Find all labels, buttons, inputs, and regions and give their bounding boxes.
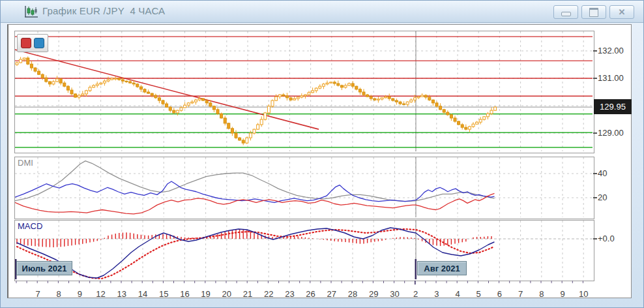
x-axis-day-label: 19: [196, 289, 216, 299]
maximize-button[interactable]: [581, 5, 606, 19]
month-label-august: Авг 2021: [417, 261, 467, 275]
axis-tick-mark: [593, 173, 597, 174]
month-label-july: Июль 2021: [16, 261, 72, 275]
window-title: График EUR /JPY 4 ЧАСА: [42, 5, 165, 16]
macd-axis-label: +0.0: [598, 234, 632, 243]
dmi-indicator-panel[interactable]: [14, 157, 594, 219]
minimize-button[interactable]: [553, 5, 578, 19]
macd-chart-canvas[interactable]: [15, 221, 593, 279]
x-axis-day-label: 5: [469, 289, 488, 299]
close-icon: ✕: [619, 8, 626, 16]
axis-tick-mark: [593, 50, 597, 52]
x-axis-day-label: 21: [238, 289, 257, 299]
x-axis-day-label: 6: [490, 289, 509, 299]
price-chart-canvas[interactable]: [15, 31, 593, 151]
axis-tick-mark: [593, 197, 597, 198]
x-axis-day-label: 26: [301, 289, 321, 299]
dmi-axis-label: 40: [598, 168, 632, 178]
macd-indicator-panel[interactable]: [14, 220, 594, 281]
axis-tick-mark: [593, 132, 597, 134]
chart-window: График EUR /JPY 4 ЧАСА ✕ DMI MACD 129.95…: [0, 0, 644, 308]
candlestick-chart-icon: [24, 5, 38, 18]
x-axis-day-label: 27: [322, 289, 342, 299]
x-axis-day-label: 7: [511, 289, 531, 299]
minimize-icon: [561, 12, 571, 16]
x-axis-day-label: 8: [49, 289, 68, 299]
x-axis-day-label: 22: [259, 289, 278, 299]
x-axis-day-label: 14: [133, 289, 153, 299]
x-axis-day-label: 16: [175, 289, 194, 299]
window-controls: ✕: [553, 5, 634, 19]
blue-marker-button[interactable]: [34, 38, 44, 48]
x-axis-day-label: 13: [112, 289, 132, 299]
x-axis-day-label: 20: [217, 289, 237, 299]
axis-tick-mark: [593, 238, 597, 239]
x-axis-day-label: 9: [553, 289, 572, 299]
x-axis-day-label: 29: [364, 289, 383, 299]
current-price-badge: 129.95: [594, 99, 632, 114]
x-axis-day-label: 10: [574, 289, 593, 299]
price-axis-label: 131.00: [598, 73, 632, 83]
dmi-chart-canvas[interactable]: [15, 157, 593, 217]
x-axis-day-label: 2: [406, 289, 426, 299]
close-button[interactable]: ✕: [609, 5, 634, 19]
x-axis-tick-strip: [14, 281, 593, 285]
maximize-icon: [589, 8, 598, 17]
x-axis-day-label: 8: [532, 289, 551, 299]
x-axis-day-label: 23: [280, 289, 299, 299]
x-axis-day-label: 12: [91, 289, 111, 299]
x-axis-day-label: 4: [448, 289, 467, 299]
red-marker-button[interactable]: [21, 38, 31, 48]
x-axis-day-label: 15: [154, 289, 173, 299]
title-bar[interactable]: График EUR /JPY 4 ЧАСА ✕: [1, 1, 643, 23]
x-axis-day-label: 3: [427, 289, 446, 299]
axis-tick-mark: [593, 78, 597, 79]
x-axis-day-label: 9: [70, 289, 89, 299]
x-axis-day-label: 7: [28, 289, 48, 299]
x-axis-day-label: 30: [385, 289, 404, 299]
price-chart-panel[interactable]: [14, 31, 594, 153]
price-axis-label: 132.00: [598, 46, 632, 55]
price-axis-label: 129.00: [598, 128, 632, 138]
x-axis-day-label: 28: [343, 289, 362, 299]
chart-marker-toolbar: [17, 34, 48, 52]
dmi-axis-label: 20: [598, 192, 632, 202]
